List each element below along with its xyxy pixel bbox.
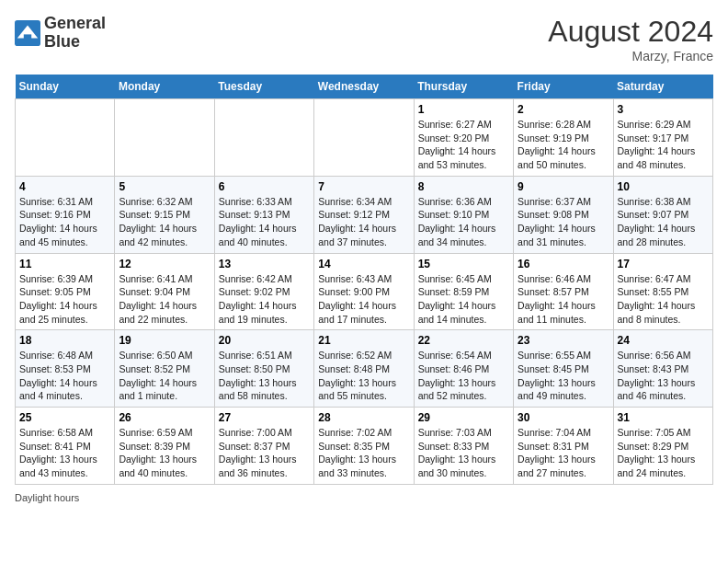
day-info: Sunrise: 6:33 AMSunset: 9:13 PMDaylight:…	[219, 195, 310, 249]
calendar-cell: 5Sunrise: 6:32 AMSunset: 9:15 PMDaylight…	[115, 176, 214, 253]
day-number: 17	[618, 258, 709, 270]
day-number: 1	[418, 103, 509, 116]
day-number: 2	[518, 103, 609, 116]
calendar-cell: 25Sunrise: 6:58 AMSunset: 8:41 PMDayligh…	[16, 408, 115, 485]
calendar-cell: 30Sunrise: 7:04 AMSunset: 8:31 PMDayligh…	[514, 408, 613, 485]
calendar-cell: 3Sunrise: 6:29 AMSunset: 9:17 PMDaylight…	[613, 99, 712, 177]
day-info: Sunrise: 7:05 AMSunset: 8:29 PMDaylight:…	[618, 426, 709, 480]
calendar-cell: 6Sunrise: 6:33 AMSunset: 9:13 PMDaylight…	[214, 176, 313, 253]
day-number: 23	[518, 334, 609, 347]
calendar-cell: 28Sunrise: 7:02 AMSunset: 8:35 PMDayligh…	[314, 408, 414, 485]
day-number: 11	[19, 258, 110, 270]
logo-line1: General	[44, 15, 106, 33]
day-number: 21	[318, 334, 409, 347]
calendar-cell	[314, 99, 414, 177]
logo: General Blue	[15, 15, 106, 52]
calendar-cell: 14Sunrise: 6:43 AMSunset: 9:00 PMDayligh…	[314, 253, 414, 330]
calendar-cell: 12Sunrise: 6:41 AMSunset: 9:04 PMDayligh…	[115, 253, 214, 330]
calendar-cell	[214, 99, 313, 177]
day-info: Sunrise: 6:31 AMSunset: 9:16 PMDaylight:…	[19, 195, 110, 249]
calendar-cell: 22Sunrise: 6:54 AMSunset: 8:46 PMDayligh…	[414, 330, 513, 408]
calendar-cell: 15Sunrise: 6:45 AMSunset: 8:59 PMDayligh…	[414, 253, 513, 330]
calendar-header-row: SundayMondayTuesdayWednesdayThursdayFrid…	[16, 75, 713, 99]
calendar-cell: 21Sunrise: 6:52 AMSunset: 8:48 PMDayligh…	[314, 330, 414, 408]
day-number: 26	[119, 411, 210, 424]
calendar-cell: 10Sunrise: 6:38 AMSunset: 9:07 PMDayligh…	[613, 176, 712, 253]
day-info: Sunrise: 6:51 AMSunset: 8:50 PMDaylight:…	[219, 349, 310, 403]
day-info: Sunrise: 6:56 AMSunset: 8:43 PMDaylight:…	[618, 349, 709, 403]
day-header-saturday: Saturday	[613, 75, 712, 99]
calendar-cell: 23Sunrise: 6:55 AMSunset: 8:45 PMDayligh…	[514, 330, 613, 408]
day-info: Sunrise: 7:03 AMSunset: 8:33 PMDaylight:…	[418, 426, 509, 480]
day-info: Sunrise: 6:37 AMSunset: 9:08 PMDaylight:…	[518, 195, 609, 249]
calendar-week-4: 18Sunrise: 6:48 AMSunset: 8:53 PMDayligh…	[16, 330, 713, 408]
calendar-cell: 2Sunrise: 6:28 AMSunset: 9:19 PMDaylight…	[514, 99, 613, 177]
calendar-cell: 29Sunrise: 7:03 AMSunset: 8:33 PMDayligh…	[414, 408, 513, 485]
day-number: 5	[119, 180, 210, 193]
day-info: Sunrise: 6:54 AMSunset: 8:46 PMDaylight:…	[418, 349, 509, 403]
day-info: Sunrise: 7:00 AMSunset: 8:37 PMDaylight:…	[219, 426, 310, 480]
calendar-cell: 27Sunrise: 7:00 AMSunset: 8:37 PMDayligh…	[214, 408, 313, 485]
calendar-cell: 9Sunrise: 6:37 AMSunset: 9:08 PMDaylight…	[514, 176, 613, 253]
day-header-sunday: Sunday	[16, 75, 115, 99]
day-info: Sunrise: 6:32 AMSunset: 9:15 PMDaylight:…	[119, 195, 210, 249]
calendar-cell: 26Sunrise: 6:59 AMSunset: 8:39 PMDayligh…	[115, 408, 214, 485]
day-number: 9	[518, 180, 609, 193]
calendar-cell	[16, 99, 115, 177]
day-header-friday: Friday	[514, 75, 613, 99]
calendar-cell: 16Sunrise: 6:46 AMSunset: 8:57 PMDayligh…	[514, 253, 613, 330]
calendar-cell: 13Sunrise: 6:42 AMSunset: 9:02 PMDayligh…	[214, 253, 313, 330]
logo-icon	[15, 20, 40, 46]
day-number: 3	[618, 103, 709, 116]
calendar-week-2: 4Sunrise: 6:31 AMSunset: 9:16 PMDaylight…	[16, 176, 713, 253]
day-number: 27	[219, 411, 310, 424]
day-info: Sunrise: 6:39 AMSunset: 9:05 PMDaylight:…	[19, 272, 110, 327]
day-number: 4	[19, 180, 110, 193]
day-number: 14	[318, 258, 409, 270]
day-number: 15	[418, 258, 509, 270]
day-info: Sunrise: 6:42 AMSunset: 9:02 PMDaylight:…	[219, 272, 310, 327]
day-number: 7	[318, 180, 409, 193]
calendar-cell: 20Sunrise: 6:51 AMSunset: 8:50 PMDayligh…	[214, 330, 313, 408]
logo-line2: Blue	[44, 33, 106, 52]
day-info: Sunrise: 6:34 AMSunset: 9:12 PMDaylight:…	[318, 195, 409, 249]
day-header-monday: Monday	[115, 75, 214, 99]
day-number: 6	[219, 180, 310, 193]
calendar-cell: 4Sunrise: 6:31 AMSunset: 9:16 PMDaylight…	[16, 176, 115, 253]
title-block: August 2024 Marzy, France	[548, 15, 713, 63]
day-number: 24	[618, 334, 709, 347]
calendar-cell: 18Sunrise: 6:48 AMSunset: 8:53 PMDayligh…	[16, 330, 115, 408]
day-info: Sunrise: 7:02 AMSunset: 8:35 PMDaylight:…	[318, 426, 409, 480]
location: Marzy, France	[548, 49, 713, 63]
calendar-cell: 8Sunrise: 6:36 AMSunset: 9:10 PMDaylight…	[414, 176, 513, 253]
day-info: Sunrise: 6:28 AMSunset: 9:19 PMDaylight:…	[518, 118, 609, 172]
day-header-thursday: Thursday	[414, 75, 513, 99]
day-info: Sunrise: 6:52 AMSunset: 8:48 PMDaylight:…	[318, 349, 409, 403]
day-info: Sunrise: 6:36 AMSunset: 9:10 PMDaylight:…	[418, 195, 509, 249]
day-info: Sunrise: 6:38 AMSunset: 9:07 PMDaylight:…	[618, 195, 709, 249]
calendar-cell: 31Sunrise: 7:05 AMSunset: 8:29 PMDayligh…	[613, 408, 712, 485]
calendar-cell: 17Sunrise: 6:47 AMSunset: 8:55 PMDayligh…	[613, 253, 712, 330]
daylight-label: Daylight hours	[15, 492, 79, 503]
logo-text: General Blue	[44, 15, 106, 52]
day-number: 31	[618, 411, 709, 424]
day-header-wednesday: Wednesday	[314, 75, 414, 99]
day-info: Sunrise: 6:59 AMSunset: 8:39 PMDaylight:…	[119, 426, 210, 480]
calendar-cell	[115, 99, 214, 177]
calendar-week-5: 25Sunrise: 6:58 AMSunset: 8:41 PMDayligh…	[16, 408, 713, 485]
day-info: Sunrise: 6:46 AMSunset: 8:57 PMDaylight:…	[518, 272, 609, 327]
calendar-cell: 11Sunrise: 6:39 AMSunset: 9:05 PMDayligh…	[16, 253, 115, 330]
day-number: 22	[418, 334, 509, 347]
day-info: Sunrise: 6:55 AMSunset: 8:45 PMDaylight:…	[518, 349, 609, 403]
page-header: General Blue August 2024 Marzy, France	[15, 15, 713, 63]
day-info: Sunrise: 6:58 AMSunset: 8:41 PMDaylight:…	[19, 426, 110, 480]
footer: Daylight hours	[15, 492, 713, 503]
day-info: Sunrise: 7:04 AMSunset: 8:31 PMDaylight:…	[518, 426, 609, 480]
calendar-week-1: 1Sunrise: 6:27 AMSunset: 9:20 PMDaylight…	[16, 99, 713, 177]
day-header-tuesday: Tuesday	[214, 75, 313, 99]
day-info: Sunrise: 6:48 AMSunset: 8:53 PMDaylight:…	[19, 349, 110, 403]
calendar-cell: 19Sunrise: 6:50 AMSunset: 8:52 PMDayligh…	[115, 330, 214, 408]
day-info: Sunrise: 6:47 AMSunset: 8:55 PMDaylight:…	[618, 272, 709, 327]
day-number: 13	[219, 258, 310, 270]
day-number: 30	[518, 411, 609, 424]
